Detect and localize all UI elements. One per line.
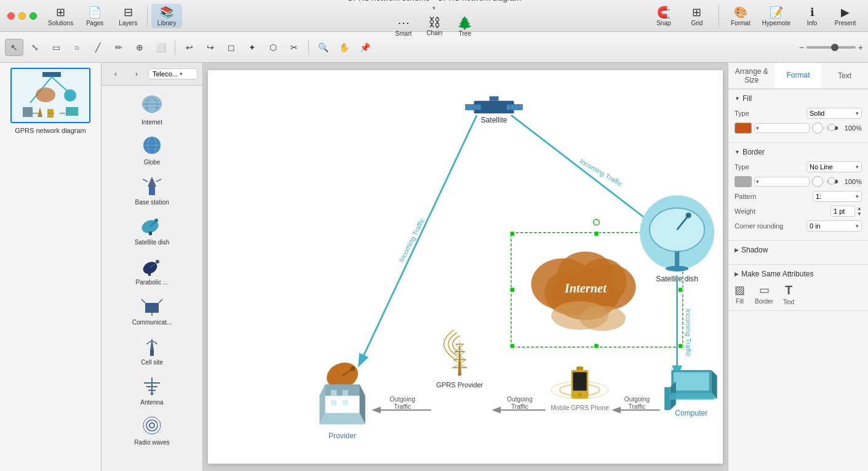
fill-section-header[interactable]: ▼ Fill bbox=[735, 94, 862, 103]
border-pattern-select[interactable]: 1: ▾ bbox=[813, 191, 862, 202]
ellipse-tool[interactable]: ○ bbox=[68, 39, 86, 56]
border-pattern-label: Pattern bbox=[735, 193, 778, 200]
sidebar-back-button[interactable]: ‹ bbox=[106, 65, 125, 83]
border-weight-input[interactable] bbox=[830, 206, 855, 217]
info-button[interactable]: ℹ Info bbox=[797, 4, 827, 28]
svg-line-68 bbox=[359, 115, 477, 364]
svg-rect-23 bbox=[149, 187, 155, 195]
parabolic-shape-item[interactable]: Parabolic ... bbox=[104, 251, 200, 288]
smart-button[interactable]: ⋯ Smart bbox=[391, 14, 417, 39]
make-same-fill-item[interactable]: ▨ Fill bbox=[735, 283, 745, 305]
weight-decrement-button[interactable]: ▼ bbox=[857, 211, 862, 217]
title-dropdown-arrow[interactable]: ▾ bbox=[432, 5, 436, 11]
arrange-size-tab[interactable]: Arrange & Size bbox=[728, 63, 775, 89]
library-dropdown[interactable]: Teleco... ▾ bbox=[148, 68, 197, 79]
svg-rect-130 bbox=[573, 372, 586, 391]
border-section-header[interactable]: ▼ Border bbox=[735, 148, 862, 156]
select-tool[interactable]: ↖ bbox=[5, 39, 23, 56]
magic-tool[interactable]: ✦ bbox=[243, 39, 261, 56]
format-tab[interactable]: Format bbox=[775, 63, 822, 89]
internet-shape-item[interactable]: Internet bbox=[104, 91, 200, 128]
svg-rect-106 bbox=[331, 390, 336, 395]
shadow-section: ▶ Shadow bbox=[728, 241, 868, 265]
zoom-slider[interactable] bbox=[806, 46, 856, 49]
svg-text:Mobile GPRS Phone: Mobile GPRS Phone bbox=[551, 405, 609, 411]
pages-button[interactable]: 📄 Pages bbox=[79, 4, 110, 28]
diagram-canvas[interactable]: Satellite Incoming Traffic Incoming Traf… bbox=[208, 70, 723, 464]
corner-rounding-select[interactable]: 0 in ▾ bbox=[806, 220, 862, 231]
snap-button[interactable]: 🧲 Snap bbox=[648, 4, 679, 28]
border-color-opacity-row: ▾ 100% bbox=[735, 176, 862, 187]
communicat-shape-item[interactable]: Communicat... bbox=[104, 291, 200, 328]
solutions-button[interactable]: ⊞ Solutions bbox=[44, 4, 77, 28]
fill-type-select[interactable]: Solid ▾ bbox=[806, 108, 862, 119]
fill-color-circle[interactable] bbox=[812, 123, 823, 134]
pen-tool[interactable]: ✏ bbox=[109, 39, 128, 56]
canvas-area[interactable]: Satellite Incoming Traffic Incoming Traf… bbox=[203, 63, 728, 471]
border-type-arrow: ▾ bbox=[856, 164, 859, 170]
present-button[interactable]: ▶ Present bbox=[830, 4, 861, 28]
svg-point-101 bbox=[351, 366, 355, 371]
border-type-select[interactable]: No Line ▾ bbox=[806, 161, 862, 172]
crop-tool[interactable]: ⬜ bbox=[151, 39, 170, 56]
svg-text:Provider: Provider bbox=[328, 432, 356, 441]
satellite-dish-shape-item[interactable]: Satellite dish bbox=[104, 211, 200, 248]
cut-tool[interactable]: ✂ bbox=[285, 39, 303, 56]
sidebar-forward-button[interactable]: › bbox=[127, 65, 146, 83]
fill-color-swatch[interactable] bbox=[735, 123, 752, 134]
hypernote-button[interactable]: 📝 Hypernote bbox=[759, 4, 794, 28]
make-same-section-header[interactable]: ▶ Make Same Attributes bbox=[735, 270, 862, 278]
border-color-dropdown[interactable]: ▾ bbox=[754, 177, 810, 187]
pin-tool[interactable]: 📌 bbox=[356, 39, 374, 56]
border-color-circle[interactable] bbox=[812, 176, 823, 187]
diagram-thumbnail[interactable] bbox=[10, 68, 90, 123]
main-layout: GPRS network diagram ‹ › Teleco... ▾ bbox=[0, 63, 868, 471]
diagram-svg[interactable]: Satellite Incoming Traffic Incoming Traf… bbox=[208, 70, 723, 464]
fill-color-arrow: ▾ bbox=[756, 125, 759, 131]
close-button[interactable] bbox=[7, 12, 15, 20]
line-tool[interactable]: ╱ bbox=[89, 39, 107, 56]
corner-rounding-row: Corner rounding 0 in ▾ bbox=[735, 220, 862, 231]
outgoing-traffic-label2: Outgoing bbox=[507, 396, 533, 403]
maximize-button[interactable] bbox=[30, 12, 37, 20]
shapes-tool[interactable]: ⬡ bbox=[264, 39, 282, 56]
erase-tool[interactable]: ◻ bbox=[222, 39, 241, 56]
svg-text:GPRS Provider: GPRS Provider bbox=[436, 381, 484, 388]
library-button[interactable]: 📚 Library bbox=[151, 4, 182, 28]
border-pattern-row: Pattern 1: ▾ bbox=[735, 191, 862, 202]
format-icon: 🎨 bbox=[734, 6, 747, 19]
minimize-button[interactable] bbox=[18, 12, 26, 20]
provider-node: Provider bbox=[319, 358, 365, 440]
border-color-swatch[interactable] bbox=[735, 176, 752, 187]
border-weight-control: ▲ ▼ bbox=[830, 206, 862, 217]
fill-color-dropdown[interactable]: ▾ bbox=[754, 123, 810, 133]
antenna-shape-item[interactable]: Antenna bbox=[104, 371, 200, 408]
radio-waves-shape-item[interactable]: Radio waves bbox=[104, 411, 200, 448]
shadow-section-header[interactable]: ▶ Shadow bbox=[735, 246, 862, 254]
internet-svg bbox=[137, 94, 167, 116]
rect-tool[interactable]: ▭ bbox=[47, 39, 65, 56]
connect-tool[interactable]: ⊕ bbox=[130, 39, 149, 56]
make-same-section: ▶ Make Same Attributes ▨ Fill ▭ Border T… bbox=[728, 265, 868, 311]
cell-site-shape-item[interactable]: Cell site bbox=[104, 331, 200, 368]
hand-tool[interactable]: ✋ bbox=[335, 39, 353, 56]
resize-tool[interactable]: ⤡ bbox=[26, 39, 44, 56]
make-same-border-item[interactable]: ▭ Border bbox=[755, 283, 773, 305]
zoom-out-button[interactable]: − bbox=[799, 42, 804, 52]
tree-icon: 🌲 bbox=[457, 15, 472, 30]
base-station-shape-item[interactable]: Base station bbox=[104, 171, 200, 208]
undo-button[interactable]: ↩ bbox=[180, 39, 199, 56]
tree-button[interactable]: 🌲 Tree bbox=[452, 14, 477, 39]
make-same-text-item[interactable]: T Text bbox=[783, 283, 794, 305]
zoom-in-button[interactable]: + bbox=[858, 42, 863, 52]
format-button[interactable]: 🎨 Format bbox=[725, 4, 756, 28]
grid-button[interactable]: ⊞ Grid bbox=[682, 4, 712, 28]
layers-button[interactable]: ⊟ Layers bbox=[113, 4, 143, 28]
redo-button[interactable]: ↪ bbox=[201, 39, 220, 56]
globe-shape-item[interactable]: Globe bbox=[104, 131, 200, 168]
search-tool[interactable]: 🔍 bbox=[314, 39, 332, 56]
weight-increment-button[interactable]: ▲ bbox=[857, 206, 862, 211]
text-tab[interactable]: Text bbox=[821, 63, 868, 89]
svg-point-131 bbox=[578, 393, 582, 397]
chain-button[interactable]: ⛓ Chain bbox=[421, 14, 447, 39]
